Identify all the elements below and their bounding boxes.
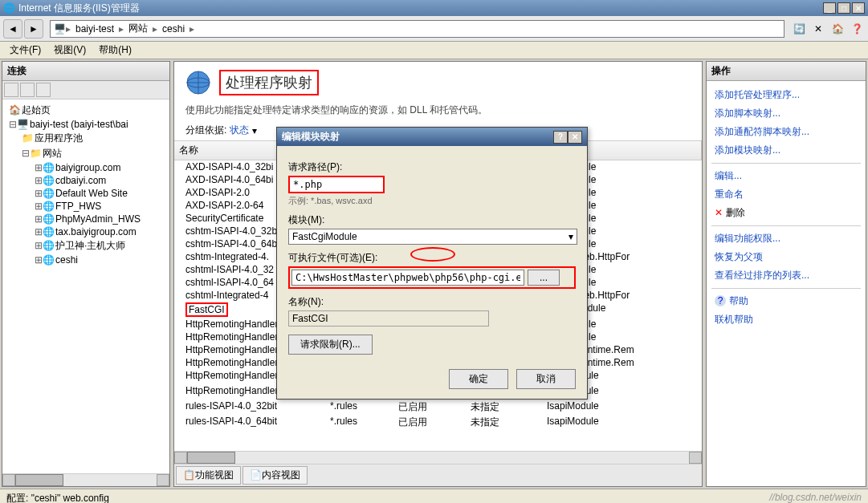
menu-view[interactable]: 视图(V) bbox=[47, 42, 92, 59]
status-attribution: //blog.csdn.net/weixin bbox=[769, 492, 862, 503]
dialog-close-button[interactable]: ✕ bbox=[568, 131, 582, 144]
crumb-server[interactable]: baiyi-test bbox=[71, 23, 119, 34]
actions-header: 操作 bbox=[707, 62, 866, 81]
module-select[interactable]: FastCgiModule▾ bbox=[288, 229, 577, 245]
edit-module-mapping-dialog: 编辑模块映射 ? ✕ 请求路径(P): 示例: *.bas, wsvc.axd … bbox=[276, 127, 588, 400]
request-path-hint: 示例: *.bas, wsvc.axd bbox=[288, 195, 576, 207]
maximize-button[interactable]: □ bbox=[837, 2, 850, 14]
name-label: 名称(N): bbox=[288, 295, 576, 309]
action-online-help[interactable]: 联机帮助 bbox=[711, 310, 861, 329]
name-field: FastCGI bbox=[288, 310, 489, 327]
window-title: Internet 信息服务(IIS)管理器 bbox=[18, 2, 823, 15]
action-add-script[interactable]: 添加脚本映射... bbox=[711, 104, 861, 123]
connections-panel: 连接 🏠起始页 ⊟🖥️baiyi-test (baiyi-test\bai 📁应… bbox=[2, 61, 170, 487]
browse-button[interactable]: ... bbox=[528, 270, 560, 286]
tree-server[interactable]: ⊟🖥️baiyi-test (baiyi-test\bai bbox=[6, 118, 166, 131]
executable-input[interactable] bbox=[291, 270, 524, 286]
statusbar: 配置: "ceshi" web.config //blog.csdn.net/w… bbox=[0, 489, 868, 503]
group-by-state[interactable]: 状态 bbox=[230, 124, 249, 137]
action-rename[interactable]: 重命名 bbox=[711, 185, 861, 204]
status-config: 配置: "ceshi" web.config bbox=[6, 492, 769, 503]
action-revert-parent[interactable]: 恢复为父项 bbox=[711, 248, 861, 266]
nav-back-button[interactable]: ◄ bbox=[3, 19, 22, 39]
tree-site-item[interactable]: ⊞🌐FTP_HWS bbox=[6, 200, 166, 213]
tab-content-view[interactable]: 📄内容视图 bbox=[242, 466, 308, 485]
list-hscroll[interactable] bbox=[174, 451, 702, 464]
tree-site-item[interactable]: ⊞🌐cdbaiyi.com bbox=[6, 174, 166, 187]
home-icon[interactable]: 🏠 bbox=[829, 21, 846, 37]
tree-sites[interactable]: ⊟📁网站 bbox=[6, 146, 166, 161]
stop-icon[interactable]: ✕ bbox=[810, 21, 826, 37]
tree-start-page[interactable]: 🏠起始页 bbox=[6, 103, 166, 118]
server-icon: 🖥️ bbox=[54, 23, 66, 34]
connections-header: 连接 bbox=[2, 62, 169, 81]
dialog-title: 编辑模块映射 bbox=[282, 130, 553, 144]
nav-forward-button[interactable]: ► bbox=[24, 19, 43, 39]
module-label: 模块(M): bbox=[288, 213, 576, 227]
globe-icon bbox=[185, 70, 211, 95]
executable-label: 可执行文件(可选)(E): bbox=[288, 251, 576, 265]
tree-site-item[interactable]: ⊞🌐ceshi bbox=[6, 254, 166, 266]
tab-features-view[interactable]: 📋功能视图 bbox=[176, 466, 241, 485]
list-row[interactable]: rules-ISAPI-4.0_64bit*.rules已启用未指定IsapiM… bbox=[185, 415, 702, 430]
chevron-down-icon: ▾ bbox=[568, 231, 573, 242]
action-add-module[interactable]: 添加模块映射... bbox=[711, 141, 861, 160]
help-icon[interactable]: ❓ bbox=[849, 21, 865, 37]
action-view-ordered[interactable]: 查看经过排序的列表... bbox=[711, 266, 861, 285]
request-path-input[interactable] bbox=[288, 176, 385, 193]
menu-file[interactable]: 文件(F) bbox=[3, 42, 47, 59]
request-path-label: 请求路径(P): bbox=[288, 160, 576, 174]
close-button[interactable]: ✕ bbox=[852, 2, 865, 14]
connections-tree[interactable]: 🏠起始页 ⊟🖥️baiyi-test (baiyi-test\bai 📁应用程序… bbox=[2, 99, 169, 473]
dropdown-icon[interactable]: ▾ bbox=[252, 125, 257, 136]
action-edit[interactable]: 编辑... bbox=[711, 167, 861, 185]
page-description: 使用此功能指定处理特定请求类型的响应的资源，如 DLL 和托管代码。 bbox=[174, 103, 702, 124]
menubar: 文件(F) 视图(V) 帮助(H) bbox=[0, 42, 868, 59]
tree-site-item[interactable]: ⊞🌐PhpMyAdmin_HWS bbox=[6, 213, 166, 225]
tree-site-item[interactable]: ⊞🌐tax.baiyigroup.com bbox=[6, 225, 166, 238]
crumb-sites[interactable]: 网站 bbox=[124, 22, 153, 35]
breadcrumb[interactable]: 🖥️ ▸ baiyi-test ▸ 网站 ▸ ceshi ▸ bbox=[50, 20, 784, 38]
tree-app-pools[interactable]: 📁应用程序池 bbox=[6, 131, 166, 146]
tree-site-item[interactable]: ⊞🌐baiyigroup.com bbox=[6, 161, 166, 174]
group-by-label: 分组依据: bbox=[185, 124, 226, 137]
menu-help[interactable]: 帮助(H) bbox=[92, 42, 138, 59]
tree-connect-button[interactable] bbox=[4, 83, 18, 97]
app-icon: 🌐 bbox=[3, 2, 15, 14]
tree-hscroll[interactable] bbox=[2, 473, 169, 486]
action-add-wildcard[interactable]: 添加通配符脚本映射... bbox=[711, 123, 861, 141]
action-add-managed[interactable]: 添加托管处理程序... bbox=[711, 86, 861, 104]
tree-refresh-button[interactable] bbox=[36, 83, 51, 97]
actions-panel: 操作 添加托管处理程序... 添加脚本映射... 添加通配符脚本映射... 添加… bbox=[706, 61, 866, 487]
action-edit-perms[interactable]: 编辑功能权限... bbox=[711, 229, 861, 248]
request-restrictions-button[interactable]: 请求限制(R)... bbox=[288, 335, 373, 355]
action-help[interactable]: 帮助 bbox=[711, 292, 861, 310]
tree-site-item[interactable]: ⊞🌐Default Web Site bbox=[6, 187, 166, 200]
tree-save-button[interactable] bbox=[20, 83, 35, 97]
refresh-icon[interactable]: 🔄 bbox=[791, 21, 807, 37]
window-titlebar: 🌐 Internet 信息服务(IIS)管理器 _ □ ✕ bbox=[0, 0, 868, 16]
action-delete[interactable]: 删除 bbox=[711, 204, 861, 222]
list-row[interactable]: rules-ISAPI-4.0_32bit*.rules已启用未指定IsapiM… bbox=[185, 400, 702, 415]
page-title: 处理程序映射 bbox=[219, 70, 319, 95]
cancel-button[interactable]: 取消 bbox=[516, 369, 576, 389]
minimize-button[interactable]: _ bbox=[823, 2, 836, 14]
crumb-site[interactable]: ceshi bbox=[157, 23, 189, 34]
toolbar: ◄ ► 🖥️ ▸ baiyi-test ▸ 网站 ▸ ceshi ▸ 🔄 ✕ 🏠… bbox=[0, 16, 868, 42]
tree-site-item[interactable]: ⊞🌐护卫神·主机大师 bbox=[6, 238, 166, 254]
ok-button[interactable]: 确定 bbox=[449, 369, 508, 389]
dialog-help-button[interactable]: ? bbox=[553, 131, 568, 144]
